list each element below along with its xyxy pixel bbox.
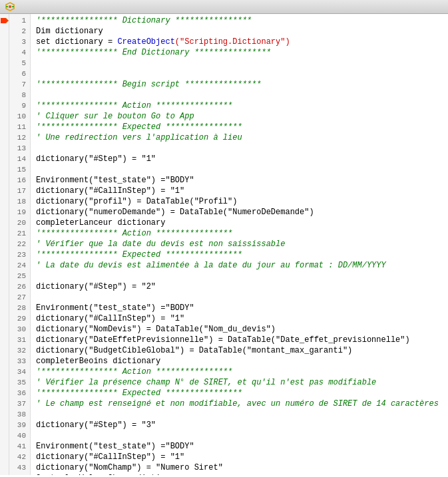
line-number: 22: [9, 239, 30, 249]
line-number: 27: [9, 292, 30, 303]
line-number: 28: [9, 303, 30, 313]
code-line: '**************** Action ***************…: [36, 367, 448, 377]
code-line: [36, 271, 448, 281]
line-number: 12: [9, 132, 30, 143]
code-token: Vérifier la présence champ N° de SIRET, …: [45, 378, 376, 387]
code-token: ****************: [160, 250, 242, 259]
line-number: 7: [9, 79, 30, 90]
code-token: '****************: [36, 250, 122, 259]
code-token: ': [36, 378, 45, 387]
code-token: CreateObject: [117, 37, 174, 47]
code-line: '**************** Dictionary ***********…: [36, 15, 448, 26]
code-line: dictionary("#CallInStep") = "1": [36, 186, 448, 196]
line-number: 32: [9, 345, 30, 356]
code-line: dictionary("#Step") = "2": [36, 281, 448, 292]
code-token: dictionary("BudgetCibleGlobal") = DataTa…: [36, 346, 352, 355]
line-number: 21: [9, 228, 30, 239]
code-token: dictionary("profil") = DataTable("Profil…: [36, 197, 237, 206]
line-number: 16: [9, 175, 30, 186]
line-number: 36: [9, 388, 30, 398]
code-token: ': [36, 133, 45, 142]
code-token: '****************: [36, 389, 122, 398]
code-line: [36, 90, 448, 100]
line-number: 1: [9, 15, 30, 26]
line-number: 18: [9, 196, 30, 207]
code-line: '**************** Begin script *********…: [36, 79, 448, 90]
code-token: ': [36, 239, 45, 249]
line-number: 19: [9, 207, 30, 218]
code-token: dictionary("#CallInStep") = "1": [36, 186, 184, 196]
line-number: 34: [9, 367, 30, 377]
code-token: '****************: [36, 48, 122, 57]
line-number: 33: [9, 356, 30, 367]
code-line: ' Une redirection vers l'application à l…: [36, 132, 448, 143]
code-token: ("Scripting.Dictionary"): [175, 37, 290, 47]
code-line: dictionary("#CallInStep") = "1": [36, 452, 448, 462]
code-token: ****************: [180, 80, 261, 89]
code-line: dictionary("#Step") = "1": [36, 154, 448, 164]
code-line: [36, 143, 448, 154]
line-number: 41: [9, 441, 30, 452]
code-token: La date du devis est alimentée à la date…: [45, 261, 385, 270]
code-token: ****************: [189, 48, 270, 57]
line-number: 17: [9, 186, 30, 196]
code-token: '****************: [36, 16, 122, 25]
code-token: dictionary("NomChamp") = "Numero Siret": [36, 463, 223, 472]
line-number: 26: [9, 281, 30, 292]
code-line: completerBeoins dictionary: [36, 356, 448, 367]
code-token: dictionary("DateEffetPrevisionnelle") = …: [36, 335, 410, 345]
code-line: '**************** Expected *************…: [36, 122, 448, 132]
code-token: Dictionary: [122, 16, 170, 25]
code-token: ****************: [151, 367, 232, 377]
code-line: ' Vérifier la présence champ N° de SIRET…: [36, 377, 448, 388]
code-token: dictionary("#Step") = "1": [36, 154, 156, 164]
code-line: [36, 292, 448, 303]
code-token: Action: [122, 367, 151, 377]
code-token: ': [36, 112, 45, 121]
code-token: '****************: [36, 229, 122, 238]
code-line: dictionary("profil") = DataTable("Profil…: [36, 196, 448, 207]
code-token: Vérifier que la date du devis est non sa…: [45, 239, 285, 249]
code-line: Environment("test_state") ="BODY": [36, 441, 448, 452]
code-token: Expected: [122, 122, 161, 132]
code-token: Environment("test_state") ="BODY": [36, 303, 194, 313]
line-number: 3: [9, 37, 30, 47]
code-line: [36, 409, 448, 420]
line-number: 13: [9, 143, 30, 154]
code-editor[interactable]: '**************** Dictionary ***********…: [31, 14, 448, 475]
code-line: set dictionary = CreateObject("Scripting…: [36, 37, 448, 47]
code-token: dictionary("NomDevis") = DataTable("Nom_…: [36, 325, 276, 334]
code-token: completerLanceur dictionary: [36, 218, 165, 228]
line-number: 35: [9, 377, 30, 388]
code-line: [36, 430, 448, 441]
code-line: Environment("test_state") ="BODY": [36, 303, 448, 313]
code-token: Action: [122, 101, 151, 110]
code-token: Action: [122, 229, 151, 238]
code-token: ****************: [160, 389, 242, 398]
code-line: dictionary("DateEffetPrevisionnelle") = …: [36, 335, 448, 345]
line-number: 4: [9, 47, 30, 58]
code-line: [36, 164, 448, 175]
code-token: '****************: [36, 80, 122, 89]
line-number: 6: [9, 69, 30, 79]
line-number: 2: [9, 26, 30, 37]
code-line: dictionary("#Step") = "3": [36, 420, 448, 430]
code-token: '****************: [36, 367, 122, 377]
code-line: ' Cliquer sur le bouton Go to App: [36, 111, 448, 122]
code-token: Le champ est renseigné et non modifiable…: [45, 399, 439, 408]
line-number: 39: [9, 420, 30, 430]
line-number: 37: [9, 398, 30, 409]
code-token: dictionary("#CallInStep") = "1": [36, 314, 184, 323]
code-line: Dim dictionary: [36, 26, 448, 37]
code-token: dictionary("#Step") = "3": [36, 420, 156, 430]
code-token: ': [36, 399, 45, 408]
code-token: dictionary("#CallInStep") = "1": [36, 452, 184, 462]
code-token: dictionary("numeroDemande") = DataTable(…: [36, 208, 314, 217]
code-line: '**************** Action ***************…: [36, 228, 448, 239]
code-line: dictionary("numeroDemande") = DataTable(…: [36, 207, 448, 218]
code-line: [36, 58, 448, 69]
code-token: dictionary("#Step") = "2": [36, 282, 156, 291]
code-line: dictionary("#CallInStep") = "1": [36, 313, 448, 324]
line-number: 11: [9, 122, 30, 132]
code-line: ' Le champ est renseigné et non modifiab…: [36, 398, 448, 409]
